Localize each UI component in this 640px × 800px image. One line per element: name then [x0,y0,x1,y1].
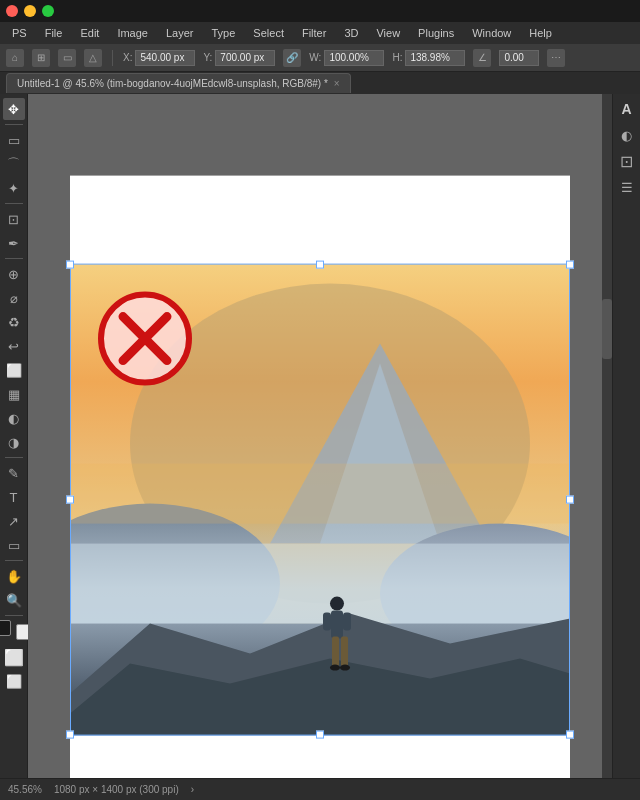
menu-plugins[interactable]: Plugins [410,25,462,41]
maximize-button[interactable] [42,5,54,17]
h-input[interactable] [405,50,465,66]
w-input[interactable] [324,50,384,66]
right-toolbar: A ◐ ⊡ ☰ [612,94,640,778]
clone-tool[interactable]: ♻ [3,311,25,333]
x-label: X: [123,52,132,63]
svg-rect-15 [332,637,339,667]
title-bar [0,0,640,22]
main-layout: ✥ ▭ ⌒ ✦ ⊡ ✒ ⊕ ⌀ ♻ ↩ ⬜ ▦ ◐ ◑ ✎ T ↗ ▭ ✋ 🔍 … [0,94,640,778]
more-options-icon[interactable]: ⋯ [547,49,565,67]
brush-panel-button[interactable]: ◐ [616,124,638,146]
triangle-icon[interactable]: △ [84,49,102,67]
photo-layer [70,264,570,736]
svg-point-11 [330,597,344,611]
brush-tool[interactable]: ⌀ [3,287,25,309]
left-toolbar: ✥ ▭ ⌒ ✦ ⊡ ✒ ⊕ ⌀ ♻ ↩ ⬜ ▦ ◐ ◑ ✎ T ↗ ▭ ✋ 🔍 … [0,94,28,778]
pen-tool[interactable]: ✎ [3,462,25,484]
dodge-tool[interactable]: ◑ [3,431,25,453]
y-input[interactable] [215,50,275,66]
transform-handle-tl[interactable] [66,261,74,269]
document-dimensions: 1080 px × 1400 px (300 ppi) [54,784,179,795]
menu-window[interactable]: Window [464,25,519,41]
history-brush-tool[interactable]: ↩ [3,335,25,357]
h-label: H: [392,52,402,63]
marquee-tool[interactable]: ▭ [3,129,25,151]
rotation-input[interactable] [499,50,539,66]
shape-tool[interactable]: ▭ [3,534,25,556]
menu-filter[interactable]: Filter [294,25,334,41]
document-tab[interactable]: Untitled-1 @ 45.6% (tim-bogdanov-4uojMEd… [6,73,351,93]
home-icon[interactable]: ⌂ [6,49,24,67]
eraser-tool[interactable]: ⬜ [3,359,25,381]
text-tool[interactable]: T [3,486,25,508]
minimize-button[interactable] [24,5,36,17]
transform-handle-mr[interactable] [566,496,574,504]
scrollbar-thumb[interactable] [602,299,612,359]
hand-tool[interactable]: ✋ [3,565,25,587]
healing-brush-tool[interactable]: ⊕ [3,263,25,285]
tab-label: Untitled-1 @ 45.6% (tim-bogdanov-4uojMEd… [17,78,328,89]
path-selection-tool[interactable]: ↗ [3,510,25,532]
transform-icon[interactable]: ⊞ [32,49,50,67]
svg-rect-14 [343,613,351,631]
transform-handle-ml[interactable] [66,496,74,504]
foreground-color[interactable] [0,620,11,636]
w-field: W: [309,50,384,66]
transform-handle-tc[interactable] [316,261,324,269]
x-input[interactable] [135,50,195,66]
tab-bar: Untitled-1 @ 45.6% (tim-bogdanov-4uojMEd… [0,72,640,94]
svg-rect-12 [331,611,343,639]
svg-rect-7 [70,544,570,624]
y-label: Y: [203,52,212,63]
transform-handle-br[interactable] [566,731,574,739]
lasso-tool[interactable]: ⌒ [3,153,25,175]
type-panel-button[interactable]: A [616,98,638,120]
link-icon[interactable]: 🔗 [283,49,301,67]
close-button[interactable] [6,5,18,17]
transform-handle-bl[interactable] [66,731,74,739]
canvas-document [70,176,570,778]
move-tool[interactable]: ✥ [3,98,25,120]
quick-mask-button[interactable]: ⬜ [3,646,25,668]
gradient-tool[interactable]: ▦ [3,383,25,405]
options-bar: ⌂ ⊞ ▭ △ X: Y: 🔗 W: H: ∠ ⋯ [0,44,640,72]
zoom-level: 45.56% [8,784,42,795]
menu-image[interactable]: Image [109,25,156,41]
svg-rect-16 [341,637,348,667]
vertical-scrollbar[interactable] [602,94,612,778]
menu-view[interactable]: View [368,25,408,41]
menu-select[interactable]: Select [245,25,292,41]
svg-marker-10 [70,659,570,736]
layers-panel-button[interactable]: ☰ [616,176,638,198]
menu-help[interactable]: Help [521,25,560,41]
zoom-tool[interactable]: 🔍 [3,589,25,611]
svg-rect-13 [323,613,331,631]
canvas-area[interactable] [28,94,612,778]
status-arrow[interactable]: › [191,784,194,795]
menu-file[interactable]: File [37,25,71,41]
menu-ps[interactable]: PS [4,25,35,41]
svg-point-17 [330,665,340,671]
svg-point-18 [340,665,350,671]
transform-handle-bc[interactable] [316,731,324,739]
svg-rect-19 [70,464,570,524]
transform-handle-tr[interactable] [566,261,574,269]
blur-tool[interactable]: ◐ [3,407,25,429]
h-field: H: [392,50,465,66]
screen-mode-button[interactable]: ⬜ [3,670,25,692]
tab-close-button[interactable]: × [334,78,340,89]
crop-tool[interactable]: ⊡ [3,208,25,230]
menu-layer[interactable]: Layer [158,25,202,41]
magic-wand-tool[interactable]: ✦ [3,177,25,199]
rect-select-icon[interactable]: ▭ [58,49,76,67]
status-bar: 45.56% 1080 px × 1400 px (300 ppi) › [0,778,640,800]
window-controls[interactable] [6,5,54,17]
y-field: Y: [203,50,275,66]
menu-edit[interactable]: Edit [72,25,107,41]
eyedropper-tool[interactable]: ✒ [3,232,25,254]
menu-type[interactable]: Type [204,25,244,41]
adjustment-panel-button[interactable]: ⊡ [616,150,638,172]
menu-3d[interactable]: 3D [336,25,366,41]
w-label: W: [309,52,321,63]
rotation-icon[interactable]: ∠ [473,49,491,67]
